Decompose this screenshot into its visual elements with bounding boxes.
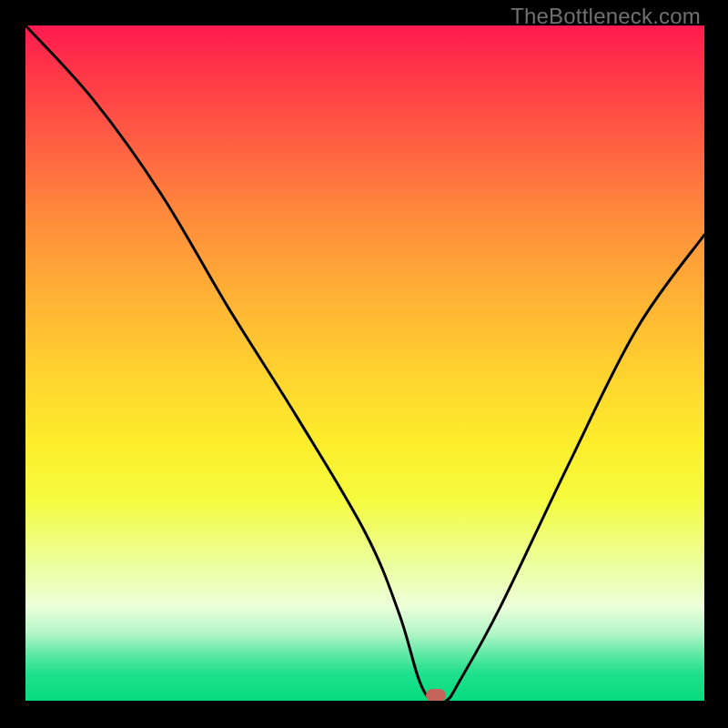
plot-area xyxy=(25,25,704,701)
chart-frame: TheBottleneck.com xyxy=(0,0,728,728)
minimum-marker-icon xyxy=(426,689,446,701)
watermark-text: TheBottleneck.com xyxy=(511,4,701,29)
bottleneck-curve xyxy=(25,25,704,701)
